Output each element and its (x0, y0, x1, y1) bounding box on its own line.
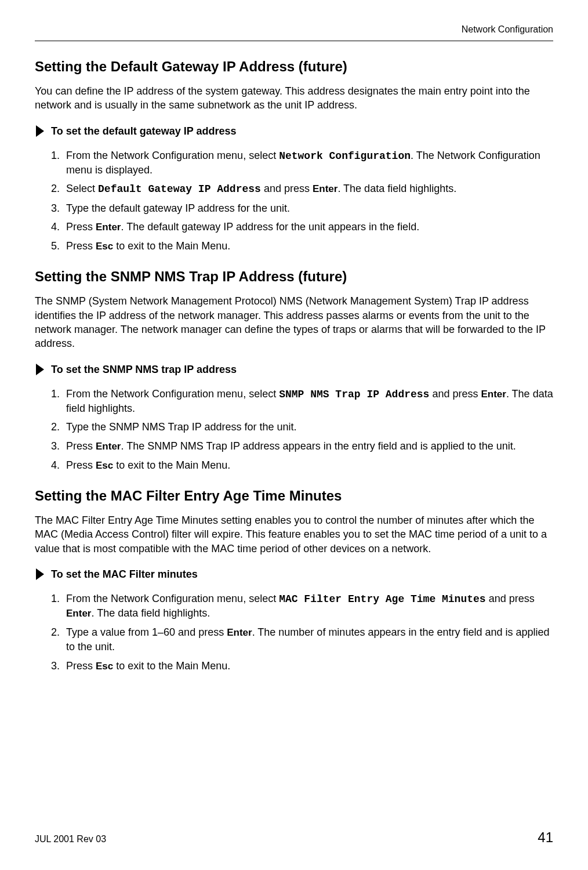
procedure-label: To set the default gateway IP address (51, 124, 236, 138)
footer-revision: JUL 2001 Rev 03 (35, 833, 106, 846)
step: From the Network Configuration menu, sel… (63, 148, 553, 177)
svg-marker-0 (36, 125, 44, 137)
step: Press Enter. The default gateway IP addr… (63, 220, 553, 234)
procedure-heading-snmp: To set the SNMP NMS trap IP address (35, 362, 553, 376)
step: Press Enter. The SNMP NMS Trap IP addres… (63, 439, 553, 454)
menu-option: Network Configuration (279, 150, 411, 162)
steps-gateway: From the Network Configuration menu, sel… (35, 148, 553, 253)
footer-page-number: 41 (538, 828, 553, 847)
step: From the Network Configuration menu, sel… (63, 387, 553, 416)
svg-marker-2 (36, 568, 44, 580)
procedure-label: To set the MAC Filter minutes (51, 567, 198, 581)
step: Type a value from 1–60 and press Enter. … (63, 625, 553, 654)
section-intro-mac: The MAC Filter Entry Age Time Minutes se… (35, 513, 553, 556)
key-name: Enter (96, 222, 121, 233)
page-footer: JUL 2001 Rev 03 41 (35, 828, 553, 847)
menu-option: Default Gateway IP Address (98, 183, 261, 195)
step: Press Esc to exit to the Main Menu. (63, 659, 553, 673)
key-name: Esc (96, 241, 113, 252)
key-name: Enter (313, 183, 337, 194)
menu-option: MAC Filter Entry Age Time Minutes (279, 593, 485, 605)
page: Network Configuration Setting the Defaul… (0, 0, 588, 870)
section-intro-gateway: You can define the IP address of the sys… (35, 84, 553, 113)
step: From the Network Configuration menu, sel… (63, 592, 553, 621)
menu-option: SNMP NMS Trap IP Address (279, 389, 429, 400)
arrow-right-icon (35, 567, 45, 581)
key-name: Esc (96, 661, 113, 672)
section-title-snmp: Setting the SNMP NMS Trap IP Address (fu… (35, 267, 553, 286)
step: Type the SNMP NMS Trap IP address for th… (63, 420, 553, 434)
steps-snmp: From the Network Configuration menu, sel… (35, 387, 553, 473)
step: Select Default Gateway IP Address and pr… (63, 182, 553, 196)
arrow-right-icon (35, 124, 45, 138)
step: Type the default gateway IP address for … (63, 201, 553, 215)
procedure-label: To set the SNMP NMS trap IP address (51, 362, 237, 376)
key-name: Enter (66, 608, 91, 619)
section-intro-snmp: The SNMP (System Network Management Prot… (35, 294, 553, 350)
key-name: Enter (481, 389, 506, 400)
steps-mac: From the Network Configuration menu, sel… (35, 592, 553, 673)
key-name: Esc (96, 460, 113, 471)
step: Press Esc to exit to the Main Menu. (63, 458, 553, 473)
page-header: Network Configuration (35, 23, 553, 41)
arrow-right-icon (35, 362, 45, 376)
procedure-heading-gateway: To set the default gateway IP address (35, 124, 553, 138)
svg-marker-1 (36, 364, 44, 375)
key-name: Enter (96, 441, 121, 452)
section-title-gateway: Setting the Default Gateway IP Address (… (35, 57, 553, 76)
section-title-mac: Setting the MAC Filter Entry Age Time Mi… (35, 487, 553, 505)
header-section-label: Network Configuration (462, 24, 553, 34)
key-name: Enter (227, 627, 252, 638)
step: Press Esc to exit to the Main Menu. (63, 239, 553, 253)
procedure-heading-mac: To set the MAC Filter minutes (35, 567, 553, 581)
